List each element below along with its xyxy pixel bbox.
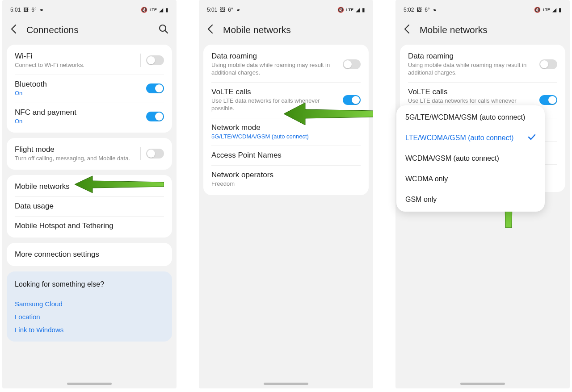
lte-icon: LTE bbox=[150, 8, 157, 12]
wifi-toggle[interactable] bbox=[146, 55, 164, 65]
row-nfc[interactable]: NFC and payment On bbox=[7, 103, 172, 131]
image-icon: 🖼 bbox=[23, 7, 29, 13]
image-icon: 🖼 bbox=[220, 7, 225, 13]
battery-icon: ▮ bbox=[165, 7, 168, 13]
signal-icon: ◢ bbox=[356, 7, 360, 13]
status-time: 5:01 bbox=[207, 7, 217, 13]
annotation-arrow-icon bbox=[284, 102, 373, 126]
search-icon[interactable] bbox=[159, 24, 168, 36]
row-title: Mobile Hotspot and Tethering bbox=[15, 221, 164, 230]
row-subtitle: Connect to Wi-Fi networks. bbox=[15, 62, 135, 69]
card-wireless: Wi-Fi Connect to Wi-Fi networks. Bluetoo… bbox=[7, 45, 172, 133]
voicemail-icon: ⚭ bbox=[433, 7, 437, 13]
voicemail-icon: ⚭ bbox=[236, 7, 240, 13]
signal-icon: ◢ bbox=[552, 7, 556, 13]
nfc-toggle[interactable] bbox=[146, 112, 164, 121]
phone-screen-1: 5:01 🖼 6° ⚭ 🔇 LTE ◢ ▮ Connections Wi-Fi … bbox=[2, 0, 177, 388]
annotation-arrow-icon bbox=[75, 175, 164, 194]
row-hotspot[interactable]: Mobile Hotspot and Tethering bbox=[7, 216, 172, 236]
option-label: 5G/LTE/WCDMA/GSM (auto connect) bbox=[405, 113, 525, 121]
status-bar: 5:01 🖼 6° ⚭ 🔇 LTE ◢ ▮ bbox=[199, 4, 373, 16]
row-title: Network operators bbox=[211, 171, 361, 179]
row-more-settings[interactable]: More connection settings bbox=[7, 245, 172, 264]
row-title: More connection settings bbox=[15, 250, 164, 259]
row-subtitle: Freedom bbox=[211, 180, 361, 188]
signal-icon: ◢ bbox=[159, 7, 163, 13]
row-title: NFC and payment bbox=[15, 108, 146, 117]
row-title: Access Point Names bbox=[211, 151, 361, 160]
status-bar: 5:02 🖼 6° ⚭ 🔇 LTE ◢ ▮ bbox=[395, 4, 570, 16]
status-time: 5:02 bbox=[404, 7, 414, 13]
phone-screen-2: 5:01 🖼 6° ⚭ 🔇 LTE ◢ ▮ Mobile networks Da… bbox=[199, 0, 373, 388]
card-more: More connection settings bbox=[7, 243, 172, 266]
roaming-toggle[interactable] bbox=[539, 59, 557, 69]
tip-title: Looking for something else? bbox=[15, 280, 164, 288]
popup-option-wcdma-gsm[interactable]: WCDMA/GSM (auto connect) bbox=[396, 148, 545, 169]
option-label: WCDMA only bbox=[405, 175, 448, 183]
row-apn[interactable]: Access Point Names bbox=[203, 146, 369, 165]
row-wifi[interactable]: Wi-Fi Connect to Wi-Fi networks. bbox=[7, 46, 172, 75]
header: Mobile networks bbox=[395, 16, 570, 42]
row-title: Data roaming bbox=[211, 52, 343, 61]
row-title: Bluetooth bbox=[15, 80, 146, 89]
nav-pill[interactable] bbox=[264, 383, 308, 385]
row-subtitle: On bbox=[15, 90, 146, 97]
row-bluetooth[interactable]: Bluetooth On bbox=[7, 75, 172, 103]
lte-icon: LTE bbox=[543, 8, 550, 12]
popup-option-lte[interactable]: LTE/WCDMA/GSM (auto connect) bbox=[396, 128, 545, 148]
network-mode-popup: 5G/LTE/WCDMA/GSM (auto connect) LTE/WCDM… bbox=[396, 105, 545, 212]
roaming-toggle[interactable] bbox=[343, 59, 361, 69]
row-operators[interactable]: Network operators Freedom bbox=[203, 165, 369, 193]
tip-header: Looking for something else? bbox=[7, 273, 172, 297]
row-data-roaming[interactable]: Data roaming Using mobile data while roa… bbox=[400, 46, 565, 82]
image-icon: 🖼 bbox=[416, 7, 422, 13]
toggle-separator bbox=[140, 147, 141, 160]
battery-icon: ▮ bbox=[362, 7, 365, 13]
back-icon[interactable] bbox=[10, 24, 17, 36]
row-title: Data usage bbox=[15, 202, 164, 211]
tip-link-windows[interactable]: Link to Windows bbox=[7, 323, 172, 340]
bluetooth-toggle[interactable] bbox=[146, 83, 164, 93]
row-title: Flight mode bbox=[15, 145, 135, 154]
header: Mobile networks bbox=[199, 16, 373, 42]
page-title: Mobile networks bbox=[223, 25, 365, 35]
row-subtitle: 5G/LTE/WCDMA/GSM (auto connect) bbox=[211, 133, 361, 141]
option-label: LTE/WCDMA/GSM (auto connect) bbox=[405, 134, 513, 142]
lte-icon: LTE bbox=[346, 8, 353, 12]
back-icon[interactable] bbox=[404, 24, 410, 36]
row-title: VoLTE calls bbox=[211, 88, 343, 96]
status-time: 5:01 bbox=[10, 7, 21, 13]
popup-option-5g[interactable]: 5G/LTE/WCDMA/GSM (auto connect) bbox=[396, 107, 545, 128]
header: Connections bbox=[2, 16, 177, 42]
status-bar: 5:01 🖼 6° ⚭ 🔇 LTE ◢ ▮ bbox=[2, 4, 177, 16]
page-title: Mobile networks bbox=[420, 25, 562, 35]
mute-icon: 🔇 bbox=[534, 7, 541, 13]
flight-toggle[interactable] bbox=[146, 149, 164, 158]
row-subtitle: On bbox=[15, 118, 146, 125]
voicemail-icon: ⚭ bbox=[39, 7, 44, 13]
svg-marker-1 bbox=[75, 176, 164, 193]
row-title: VoLTE calls bbox=[408, 88, 539, 96]
popup-option-gsm[interactable]: GSM only bbox=[396, 189, 545, 210]
row-flight-mode[interactable]: Flight mode Turn off calling, messaging,… bbox=[7, 140, 172, 168]
card-tip: Looking for something else? Samsung Clou… bbox=[7, 271, 172, 342]
row-title: Wi-Fi bbox=[15, 52, 135, 61]
phone-screen-3: 5:02 🖼 6° ⚭ 🔇 LTE ◢ ▮ Mobile networks Da… bbox=[395, 0, 570, 388]
weather-icon: 6° bbox=[425, 7, 429, 13]
option-label: WCDMA/GSM (auto connect) bbox=[405, 154, 499, 163]
nav-pill[interactable] bbox=[460, 383, 505, 385]
volte-toggle[interactable] bbox=[539, 95, 557, 105]
back-icon[interactable] bbox=[207, 24, 213, 36]
svg-marker-2 bbox=[284, 103, 373, 125]
page-title: Connections bbox=[26, 25, 159, 35]
battery-icon: ▮ bbox=[559, 7, 562, 13]
mute-icon: 🔇 bbox=[337, 7, 344, 13]
row-data-usage[interactable]: Data usage bbox=[7, 196, 172, 216]
tip-link-samsung-cloud[interactable]: Samsung Cloud bbox=[7, 297, 172, 310]
row-data-roaming[interactable]: Data roaming Using mobile data while roa… bbox=[203, 46, 369, 82]
nav-pill[interactable] bbox=[67, 383, 112, 385]
row-subtitle: Turn off calling, messaging, and Mobile … bbox=[15, 155, 135, 163]
tip-link-location[interactable]: Location bbox=[7, 310, 172, 323]
popup-option-wcdma[interactable]: WCDMA only bbox=[396, 169, 545, 189]
mute-icon: 🔇 bbox=[141, 7, 147, 13]
